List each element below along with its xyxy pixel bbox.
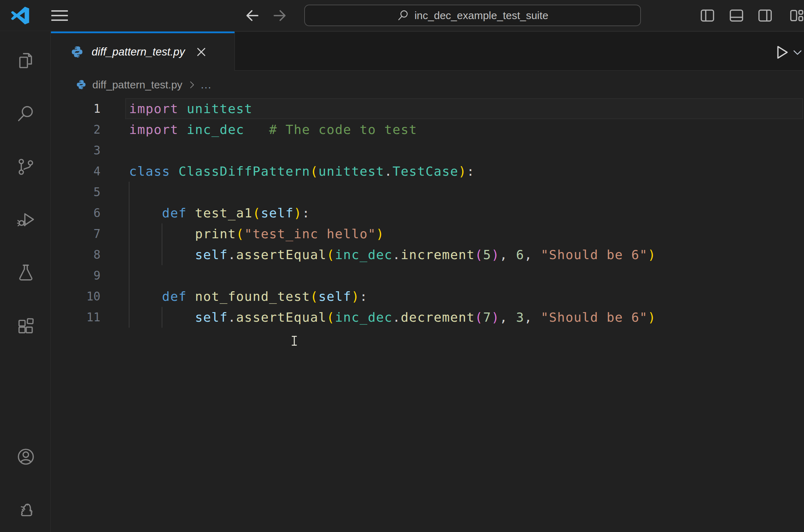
breadcrumb-symbol-ellipsis[interactable]: ... — [201, 79, 212, 91]
code-text: import inc_dec # The code to test — [129, 122, 417, 137]
run-and-debug-icon[interactable] — [16, 210, 35, 229]
code-text: class ClassDiffPattern(unittest.TestCase… — [129, 164, 475, 179]
testing-icon[interactable] — [16, 263, 35, 282]
code-line[interactable]: 2import inc_dec # The code to test — [51, 119, 804, 140]
editor-actions — [771, 40, 804, 65]
breadcrumb-filename[interactable]: diff_pattern_test.py — [92, 79, 183, 91]
accounts-icon[interactable] — [16, 447, 35, 466]
code-text: import unittest — [129, 101, 253, 116]
breadcrumb: diff_pattern_test.py ... — [51, 71, 804, 98]
code-line[interactable]: 4class ClassDiffPattern(unittest.TestCas… — [51, 161, 804, 182]
menu-hamburger-icon[interactable] — [51, 9, 68, 22]
line-number: 8 — [51, 248, 100, 262]
code-text: print("test_inc hello") — [129, 227, 384, 241]
vscode-logo-icon[interactable] — [9, 5, 31, 27]
extensions-icon[interactable] — [16, 316, 35, 335]
activity-bar — [0, 31, 51, 532]
code-line[interactable]: 6 def test_a1(self): — [51, 203, 804, 223]
line-number: 5 — [51, 185, 100, 199]
code-text: def test_a1(self): — [129, 206, 310, 220]
go-back-button[interactable] — [241, 5, 262, 26]
tab-bar: diff_pattern_test.py — [51, 31, 804, 71]
code-line[interactable]: 5 — [51, 182, 804, 203]
tab-bar-empty-space — [235, 31, 804, 71]
line-number: 1 — [51, 102, 100, 116]
run-python-file-button[interactable] — [771, 42, 792, 63]
go-forward-button[interactable] — [270, 5, 291, 26]
toggle-primary-sidebar-icon[interactable] — [698, 6, 717, 25]
line-number: 4 — [51, 164, 100, 178]
editor-group: diff_pattern_test.py — [51, 31, 804, 532]
code-area[interactable]: 1import unittest2import inc_dec # The co… — [51, 98, 804, 532]
toggle-panel-icon[interactable] — [727, 6, 746, 25]
source-control-icon[interactable] — [16, 157, 35, 176]
code-line[interactable]: 7 print("test_inc hello") — [51, 223, 804, 244]
line-number: 11 — [51, 310, 100, 324]
explorer-icon[interactable] — [16, 51, 35, 70]
code-line[interactable]: 3 — [51, 140, 804, 161]
line-number: 2 — [51, 123, 100, 136]
line-number: 7 — [51, 227, 100, 241]
tab-label: diff_pattern_test.py — [92, 46, 185, 58]
search-icon — [397, 9, 410, 22]
python-environment-icon[interactable] — [16, 499, 35, 518]
title-bar: inc_dec_example_test_suite — [0, 0, 804, 31]
command-center-search[interactable]: inc_dec_example_test_suite — [304, 5, 641, 26]
search-value: inc_dec_example_test_suite — [415, 10, 549, 22]
line-number: 10 — [51, 290, 100, 303]
customize-layout-icon[interactable] — [787, 6, 804, 25]
line-number: 9 — [51, 269, 100, 282]
search-sidebar-icon[interactable] — [16, 104, 35, 123]
chevron-right-icon — [187, 80, 197, 89]
code-line[interactable]: 1import unittest — [51, 98, 804, 119]
run-options-chevron-icon[interactable] — [792, 42, 804, 63]
code-line[interactable]: 8 self.assertEqual(inc_dec.increment(5),… — [51, 244, 804, 265]
code-text: def not_found_test(self): — [129, 289, 368, 304]
code-line[interactable]: 10 def not_found_test(self): — [51, 286, 804, 307]
python-file-icon — [76, 79, 87, 90]
tab-close-icon[interactable] — [195, 46, 208, 58]
python-file-icon — [70, 45, 84, 59]
code-text: self.assertEqual(inc_dec.increment(5), 6… — [129, 247, 656, 262]
line-number: 6 — [51, 206, 100, 220]
code-line[interactable]: 11 self.assertEqual(inc_dec.decrement(7)… — [51, 307, 804, 328]
code-line[interactable]: 9 — [51, 265, 804, 286]
tab-diff-pattern-test[interactable]: diff_pattern_test.py — [51, 31, 235, 71]
toggle-secondary-sidebar-icon[interactable] — [755, 6, 775, 25]
line-number: 3 — [51, 144, 100, 157]
code-text: self.assertEqual(inc_dec.decrement(7), 3… — [129, 310, 656, 325]
